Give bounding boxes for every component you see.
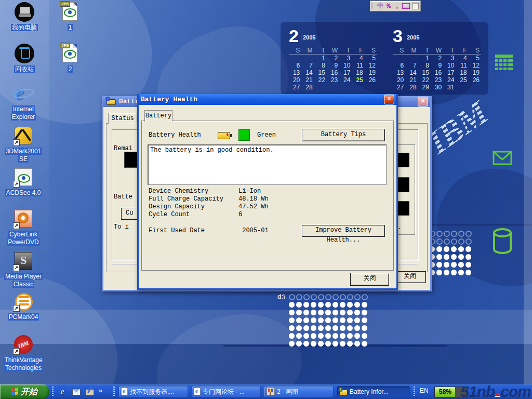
taskbar-grip[interactable] — [113, 387, 115, 397]
desktop-icon-3dmark[interactable]: ↗3DMark2001 SE — [1, 125, 46, 163]
wallpaper-dot — [347, 302, 353, 308]
3dmark-icon: ↗ — [13, 125, 34, 146]
desktop-icon-recycle-bin[interactable]: 回收站 — [2, 43, 47, 74]
desktop-icon-jpg-file[interactable]: JPG2 — [48, 43, 92, 73]
tab-status[interactable]: Status — [108, 113, 137, 124]
calendar-day: 28 — [301, 84, 314, 91]
improve-battery-health-button[interactable]: Improve Battery Health... — [302, 225, 385, 237]
wallpaper-dot — [354, 317, 360, 323]
wallpaper-dot — [347, 310, 353, 315]
task-button-1[interactable]: 找不到服务器,... — [118, 386, 188, 397]
tab-battery[interactable]: Battery — [144, 110, 172, 122]
wallpaper-dot — [458, 254, 464, 260]
desktop-icons: 我的电脑JPG1回收站JPG2eInternet Explorer↗3DMark… — [0, 0, 104, 399]
calendar-day: 7 — [301, 62, 314, 69]
desktop-icon-powerdvd[interactable]: ↗CyberLink PowerDVD — [1, 208, 46, 246]
field-value: 47.52 Wh — [238, 203, 269, 210]
battery-info-fields: Device ChemistryLi-IonFull Charge Capaci… — [149, 188, 269, 219]
shortcut-arrow-icon: ↗ — [13, 305, 20, 312]
calendar-day — [327, 84, 339, 91]
ime-grip[interactable] — [371, 3, 375, 9]
calendar-weekday: W — [431, 47, 443, 55]
field-label: Cycle Count — [149, 211, 238, 218]
wallpaper-dot — [458, 270, 464, 275]
battery-icon — [339, 390, 348, 395]
ime-punctuation-icon[interactable]: ， — [393, 2, 401, 10]
desktop-icon-pcmark[interactable]: ↗PCMark04 — [1, 291, 46, 321]
calendar-day — [393, 55, 405, 62]
calendar-day: 1 — [314, 55, 327, 62]
wallpaper-dot — [362, 325, 367, 331]
wallpaper-dot — [325, 310, 331, 315]
wallpaper-dot — [354, 325, 360, 331]
calendar-day: 27 — [393, 84, 405, 91]
condition-textbox[interactable]: The battery is in good condition. — [148, 144, 387, 185]
jpg-badge: JPG — [60, 1, 70, 7]
close-button[interactable]: 关闭 — [350, 273, 389, 286]
desktop-icon-jpg-file[interactable]: JPG1 — [48, 2, 92, 31]
calendar-weekday: S — [289, 47, 301, 55]
battery-field-row: Design Capacity47.52 Wh — [149, 203, 269, 211]
quick-launch-ie-icon[interactable]: e — [57, 387, 68, 397]
desktop-icon-internet-explorer[interactable]: eInternet Explorer — [1, 83, 46, 121]
desktop-icon-label-text: 回收站 — [14, 65, 35, 73]
desktop-icon-label: ACDSee 4.0 — [1, 189, 46, 196]
paint-icon — [267, 387, 275, 395]
bg-close-button[interactable]: 关闭 — [394, 271, 426, 283]
ime-menu-icon[interactable] — [412, 3, 419, 9]
calendar-day: 11 — [352, 62, 364, 69]
battery-gauge-segment — [397, 177, 409, 192]
wallpaper-dot — [311, 317, 316, 323]
quick-launch-mail-icon[interactable] — [71, 387, 81, 397]
battery-gauge-segment — [397, 201, 409, 216]
wallpaper-dot — [332, 341, 338, 347]
tray-separator — [414, 387, 415, 397]
wallpaper-dot — [332, 333, 338, 339]
field-value: Li-Ion — [238, 188, 261, 195]
calendar-day: 23 — [431, 76, 443, 84]
health-status-text: Green — [257, 131, 276, 139]
wallpaper-dot — [325, 317, 331, 323]
desktop-icon-acdsee[interactable]: ↗ACDSee 4.0 — [1, 167, 46, 196]
calendar-weekday: S — [469, 47, 481, 55]
calendar-day: 5 — [365, 55, 377, 62]
desktop-icon-thinkvantage[interactable]: IBM↗ThinkVantage Technologies — [1, 334, 46, 371]
cylinder-icon — [491, 228, 513, 255]
quick-launch-show-desktop-icon[interactable] — [84, 387, 95, 397]
taskbar-grip[interactable] — [52, 387, 54, 397]
first-used-label: First Used Date — [149, 227, 238, 234]
task-button-2[interactable]: 专门网论坛 - ... — [191, 386, 261, 397]
desktop-icon-mpc[interactable]: S↗Media Player Classic — [1, 250, 46, 288]
wallpaper-dot — [289, 302, 295, 308]
language-indicator[interactable]: EN — [420, 387, 429, 394]
windows-flag-icon — [11, 388, 19, 395]
calendar-day: 17 — [339, 69, 352, 76]
close-icon[interactable]: × — [418, 97, 428, 107]
desktop-icon-label: CyberLink PowerDVD — [1, 230, 46, 246]
ime-soft-keyboard-icon[interactable] — [402, 3, 410, 9]
battery-tips-button[interactable]: Battery Tips — [302, 129, 385, 141]
quick-launch-overflow-chevron[interactable]: » — [99, 387, 102, 394]
field-label: Full Charge Capacity — [149, 195, 238, 203]
desktop-icon-my-computer[interactable]: 我的电脑 — [2, 2, 47, 32]
calendar-header: 22005 — [289, 27, 377, 45]
wallpaper-dot — [332, 317, 338, 323]
ime-fullwidth-icon[interactable]: ％ — [384, 2, 393, 10]
calendar-day: 13 — [393, 69, 405, 76]
battery-health-titlebar[interactable]: Battery Health × — [139, 94, 396, 105]
calendar-day: 27 — [289, 84, 301, 91]
task-button-3[interactable]: 2 - 画图 — [264, 386, 334, 397]
desktop-icon-label: ThinkVantage Technologies — [1, 356, 46, 371]
close-icon[interactable]: × — [384, 95, 394, 104]
ime-mode-icon[interactable]: 中 — [376, 2, 384, 10]
task-button-4[interactable]: Battery Infor... — [337, 386, 410, 397]
calendar-day — [339, 84, 352, 91]
wallpaper-dot — [362, 310, 367, 315]
wallpaper-dot — [347, 325, 353, 331]
calendar-day: 9 — [431, 62, 443, 69]
calendar-month-3: 32005SMTWTFS1234567891011121314151617181… — [393, 27, 481, 91]
ime-language-bar[interactable]: 中 ％ ， — [370, 1, 421, 11]
wallpaper-dot — [458, 246, 464, 252]
start-button[interactable]: 开始 — [0, 384, 49, 399]
calendar-weekday: T — [418, 47, 431, 55]
